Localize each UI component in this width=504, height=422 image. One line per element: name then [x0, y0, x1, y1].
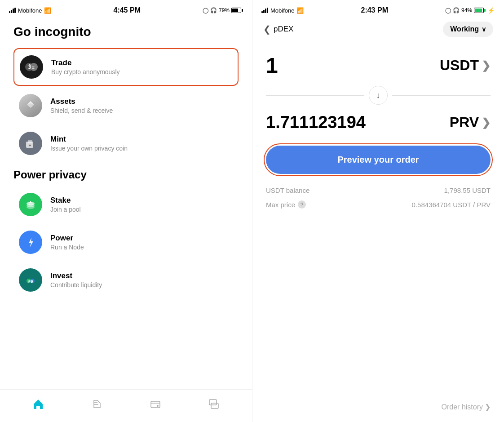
- wallet-icon: [149, 398, 162, 410]
- bottom-nav: [0, 389, 252, 422]
- to-currency-chevron-icon: ❯: [482, 116, 491, 129]
- time-right: 2:43 PM: [361, 6, 388, 14]
- to-currency-label: PRV: [450, 114, 479, 131]
- svg-text:+: +: [29, 143, 31, 148]
- working-badge[interactable]: Working ∨: [443, 22, 493, 37]
- preview-order-button[interactable]: Preview your order: [266, 146, 491, 174]
- power-name: Power: [50, 234, 84, 243]
- nav-cards[interactable]: [89, 397, 104, 411]
- order-history-chevron-icon: ❯: [485, 403, 491, 411]
- order-history-link[interactable]: Order history ❯: [442, 403, 491, 411]
- trade-svg: ₿ Ξ: [25, 60, 38, 74]
- svg-rect-19: [209, 400, 217, 405]
- divider-right: [392, 95, 491, 96]
- signal-icon-right: [261, 8, 268, 13]
- invest-desc: Contribute liquidity: [50, 281, 102, 289]
- power-text: Power Run a Node: [50, 234, 84, 251]
- wifi-icon-right: 📶: [296, 7, 304, 14]
- max-price-label-container: Max price ?: [266, 200, 306, 209]
- balance-row: USDT balance 1,798.55 USDT: [266, 187, 491, 194]
- invest-icon: P ₿: [19, 268, 42, 292]
- working-chevron-icon: ∨: [482, 26, 486, 33]
- left-title: Go incognito: [13, 25, 239, 39]
- power-svg: [24, 236, 37, 249]
- assets-name: Assets: [50, 97, 113, 106]
- invest-text: Invest Contribute liquidity: [50, 271, 102, 289]
- pdex-label: pDEX: [274, 25, 293, 34]
- mint-icon: +: [19, 132, 42, 155]
- from-amount: 1: [266, 53, 278, 78]
- battery-percent-left: 79%: [219, 7, 230, 13]
- assets-text: Assets Shield, send & receive: [50, 97, 113, 114]
- menu-item-assets[interactable]: Assets Shield, send & receive: [13, 88, 239, 124]
- back-chevron-icon: ❮: [263, 24, 271, 35]
- order-history-label: Order history: [442, 403, 483, 411]
- menu-item-mint[interactable]: + Mint Issue your own privacy coin: [13, 125, 239, 161]
- carrier-right: Mobifone 📶: [261, 7, 304, 14]
- left-content: Go incognito ₿ Ξ Trade Buy crypto anonym…: [0, 18, 252, 389]
- battery-icon-right: [474, 8, 486, 13]
- stake-svg: [24, 198, 37, 211]
- max-price-help-icon[interactable]: ?: [298, 200, 306, 209]
- to-amount: 1.711123194: [266, 113, 366, 132]
- max-price-value: 0.584364704 USDT / PRV: [412, 201, 491, 209]
- pdex-header: ❮ pDEX Working ∨: [252, 18, 504, 44]
- headphone-icon-left: 🎧: [210, 7, 217, 13]
- status-icons-right: ◯ 🎧 94% ⚡: [445, 7, 495, 14]
- mint-svg: +: [24, 137, 37, 150]
- pdex-back-button[interactable]: ❮ pDEX: [263, 24, 293, 35]
- power-desc: Run a Node: [50, 244, 84, 251]
- stake-desc: Join a pool: [50, 206, 81, 213]
- menu-item-stake[interactable]: Stake Join a pool: [13, 187, 239, 222]
- swap-arrow-icon: ↓: [376, 91, 380, 100]
- trade-from-row: 1 USDT ❯: [266, 49, 491, 82]
- status-bar-left: Mobifone 📶 4:45 PM ◯ 🎧 79%: [0, 0, 252, 18]
- screen-icon-left: ◯: [203, 7, 208, 13]
- menu-item-trade[interactable]: ₿ Ξ Trade Buy crypto anonymously: [13, 48, 239, 86]
- from-currency-label: USDT: [440, 57, 479, 74]
- assets-icon: [19, 94, 42, 117]
- svg-marker-10: [29, 238, 33, 248]
- svg-rect-17: [151, 401, 160, 408]
- mint-desc: Issue your own privacy coin: [50, 145, 128, 152]
- chat-icon: [208, 398, 220, 410]
- to-currency-selector[interactable]: PRV ❯: [450, 114, 491, 131]
- svg-text:₿: ₿: [28, 64, 31, 70]
- power-icon: [19, 231, 42, 254]
- max-price-label: Max price: [266, 201, 295, 209]
- status-bar-right: Mobifone 📶 2:43 PM ◯ 🎧 94% ⚡: [252, 0, 504, 18]
- power-privacy-title: Power privacy: [13, 169, 239, 181]
- mint-text: Mint Issue your own privacy coin: [50, 135, 128, 152]
- trade-desc: Buy crypto anonymously: [51, 68, 120, 76]
- nav-home[interactable]: [31, 397, 45, 411]
- charging-icon: ⚡: [487, 7, 495, 14]
- balance-label: USDT balance: [266, 187, 309, 194]
- cards-icon: [90, 398, 103, 410]
- trade-to-row: 1.711123194 PRV ❯: [266, 108, 491, 137]
- from-currency-selector[interactable]: USDT ❯: [440, 57, 491, 74]
- right-trade-content: 1 USDT ❯ ↓ 1.711123194 PRV ❯ Preview you…: [252, 44, 504, 422]
- time-left: 4:45 PM: [113, 6, 140, 14]
- assets-desc: Shield, send & receive: [50, 107, 113, 114]
- home-icon: [32, 398, 44, 410]
- signal-icon: [9, 8, 16, 13]
- nav-chat[interactable]: [207, 397, 221, 411]
- carrier-left: Mobifone 📶: [9, 7, 51, 14]
- carrier-name-right: Mobifone: [270, 7, 294, 14]
- carrier-name-left: Mobifone: [18, 7, 42, 14]
- swap-direction-button[interactable]: ↓: [369, 86, 388, 105]
- battery-icon-left: [231, 8, 243, 13]
- working-label: Working: [450, 25, 479, 33]
- nav-wallet[interactable]: [148, 397, 163, 411]
- headphone-icon-right: 🎧: [453, 7, 460, 13]
- trade-text: Trade Buy crypto anonymously: [51, 58, 120, 76]
- screen-icon-right: ◯: [445, 7, 451, 13]
- menu-item-power[interactable]: Power Run a Node: [13, 224, 239, 260]
- menu-item-invest[interactable]: P ₿ Invest Contribute liquidity: [13, 262, 239, 298]
- balance-value: 1,798.55 USDT: [444, 187, 491, 194]
- mint-name: Mint: [50, 135, 128, 144]
- trade-icon: ₿ Ξ: [20, 55, 43, 79]
- invest-name: Invest: [50, 271, 102, 280]
- swap-divider: ↓: [266, 86, 491, 105]
- invest-svg: P ₿: [24, 274, 37, 286]
